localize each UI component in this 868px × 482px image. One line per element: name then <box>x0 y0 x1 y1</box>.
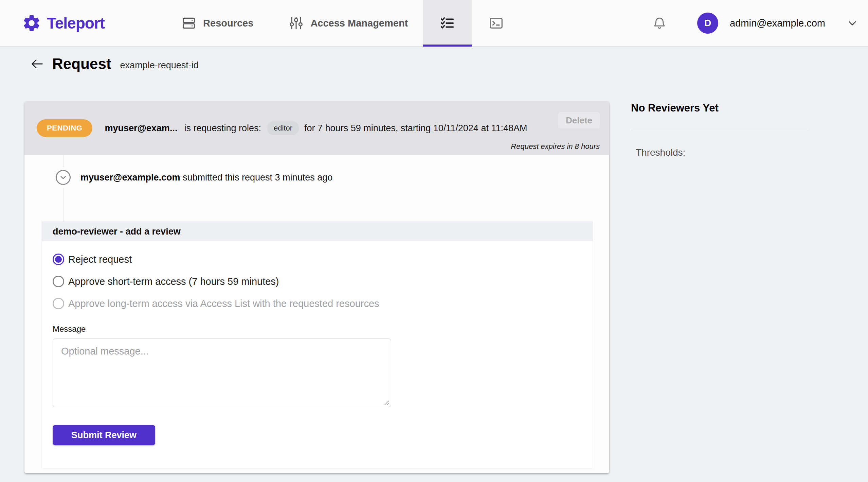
timeline-line <box>63 155 64 222</box>
tab-access-requests[interactable] <box>423 0 472 47</box>
status-badge: PENDING <box>37 119 92 137</box>
duration-text: for 7 hours 59 minutes, starting 10/11/2… <box>304 123 527 134</box>
timeline-event-text: submitted this request 3 minutes ago <box>180 172 332 183</box>
radio-disabled-icon <box>53 298 64 309</box>
request-summary-bar: PENDING myuser@exam... is requesting rol… <box>24 101 609 155</box>
radio-option-label: Reject request <box>68 254 132 265</box>
message-label: Message <box>53 324 582 334</box>
avatar-initial: D <box>704 18 711 29</box>
radio-option-label: Approve short-term access (7 hours 59 mi… <box>68 276 279 287</box>
user-email[interactable]: admin@example.com <box>730 18 825 29</box>
terminal-icon <box>488 15 504 31</box>
gear-logo-icon <box>22 13 41 33</box>
review-header: demo-reviewer - add a review <box>42 222 593 241</box>
reviewers-divider <box>631 130 808 130</box>
timeline-event-user: myuser@example.com <box>80 172 180 183</box>
requester-name: myuser@exam... <box>105 123 177 134</box>
sliders-icon <box>289 16 304 31</box>
thresholds-label: Thresholds: <box>636 147 808 158</box>
nav-item-label: Access Management <box>310 18 408 29</box>
servers-icon <box>181 16 196 31</box>
brand-name: Teleport <box>47 14 105 32</box>
notifications-bell-icon[interactable] <box>652 15 667 31</box>
submit-review-button[interactable]: Submit Review <box>53 425 155 445</box>
top-nav: Teleport Resources Access Management D a… <box>0 0 868 47</box>
requesting-text: is requesting roles: <box>184 123 261 134</box>
teleport-logo[interactable]: Teleport <box>22 13 105 33</box>
timeline-event: myuser@example.com submitted this reques… <box>80 172 332 183</box>
checklist-icon <box>439 15 455 31</box>
message-input[interactable] <box>53 339 391 407</box>
expires-text: Request expires in 8 hours <box>511 142 600 151</box>
radio-option-approve-short-term[interactable]: Approve short-term access (7 hours 59 mi… <box>53 276 582 287</box>
nav-item-label: Resources <box>203 18 253 29</box>
request-card: PENDING myuser@exam... is requesting rol… <box>24 101 609 473</box>
radio-option-label: Approve long-term access via Access List… <box>68 298 379 309</box>
review-body: Reject request Approve short-term access… <box>42 241 593 445</box>
chevron-down-icon[interactable] <box>847 18 858 29</box>
nav-item-resources[interactable]: Resources <box>181 0 253 47</box>
role-badge: editor <box>267 121 299 135</box>
delete-button[interactable]: Delete <box>558 112 600 128</box>
page-title: Request <box>52 55 111 72</box>
radio-option-approve-long-term[interactable]: Approve long-term access via Access List… <box>53 298 582 309</box>
user-avatar[interactable]: D <box>697 13 718 34</box>
radio-option-reject[interactable]: Reject request <box>53 254 582 265</box>
radio-selected-icon[interactable] <box>53 254 64 265</box>
chevron-down-icon <box>59 173 67 182</box>
reviewers-title: No Reviewers Yet <box>631 102 808 114</box>
radio-unselected-icon[interactable] <box>53 276 64 287</box>
timeline-collapse-toggle[interactable] <box>56 170 71 185</box>
tab-console[interactable] <box>472 0 521 47</box>
request-id: example-request-id <box>120 60 199 71</box>
reviewers-panel: No Reviewers Yet Thresholds: <box>631 102 808 158</box>
message-input-wrap <box>53 339 391 407</box>
nav-item-access-management[interactable]: Access Management <box>289 0 408 47</box>
review-box: demo-reviewer - add a review Reject requ… <box>42 222 593 468</box>
page-header: Request example-request-id <box>29 55 199 72</box>
back-arrow-icon[interactable] <box>29 56 45 72</box>
